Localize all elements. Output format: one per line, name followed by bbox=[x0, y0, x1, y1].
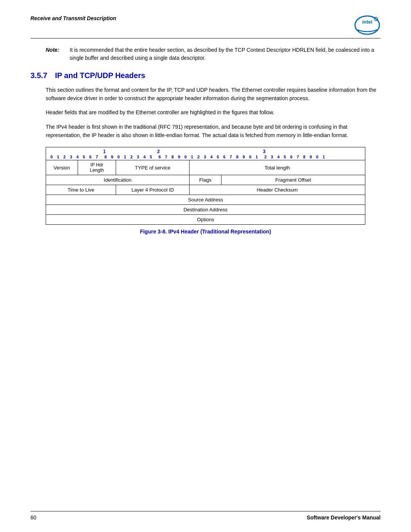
cell-time-to-live: Time to Live bbox=[46, 185, 116, 195]
svg-text:®: ® bbox=[375, 18, 377, 21]
cell-source-address: Source Address bbox=[46, 195, 365, 204]
section-heading: 3.5.7 IP and TCP/UDP Headers bbox=[30, 71, 381, 80]
cell-identification: Identification bbox=[46, 175, 190, 185]
ipv4-diagram: 0 1 2 3 4 5 6 7 1 8 9 0 1 2 bbox=[46, 147, 365, 225]
footer-page-number: 60 bbox=[30, 514, 37, 521]
footer-title: Software Developer's Manual bbox=[307, 514, 381, 521]
table-row-3: Time to Live Layer 4 Protocol ID Header … bbox=[46, 185, 365, 195]
intel-logo: intel ® bbox=[354, 15, 381, 35]
bit-4: 4 bbox=[74, 155, 81, 159]
body-paragraph-3: The IPv4 header is first shown in the tr… bbox=[46, 123, 381, 139]
bit-group-1: 1 8 9 0 1 2 3 4 5 bbox=[102, 149, 154, 159]
section-title: IP and TCP/UDP Headers bbox=[55, 71, 145, 80]
header-title: Receive and Transmit Description bbox=[30, 15, 116, 21]
bit-5: 5 bbox=[81, 155, 87, 159]
bit-ruler: 0 1 2 3 4 5 6 7 1 8 9 0 1 2 bbox=[46, 147, 365, 160]
section-number: 3.5.7 bbox=[30, 71, 47, 80]
bit-0: 0 bbox=[48, 155, 55, 159]
cell-options: Options bbox=[46, 215, 365, 224]
cell-layer4-protocol-id: Layer 4 Protocol ID bbox=[116, 185, 190, 195]
bit-group-0: 0 1 2 3 4 5 6 7 bbox=[48, 149, 100, 159]
cell-flags: Flags bbox=[190, 175, 221, 185]
cell-header-checksum: Header Checksum bbox=[190, 185, 365, 195]
body-paragraph-1: This section outlines the format and con… bbox=[46, 86, 381, 102]
note-text: It is recommended that the entire header… bbox=[70, 46, 381, 62]
table-row-6: Options bbox=[46, 215, 365, 224]
table-row-5: Destination Address bbox=[46, 205, 365, 215]
page-header: Receive and Transmit Description intel ® bbox=[30, 15, 381, 38]
intel-logo-container: intel ® bbox=[354, 15, 381, 35]
note-section: Note: It is recommended that the entire … bbox=[46, 46, 381, 62]
cell-ip-hdr-length: IP HdrLength bbox=[78, 160, 116, 175]
bit-1: 1 bbox=[55, 155, 61, 159]
cell-total-length: Total length bbox=[190, 160, 365, 175]
bit-6: 6 bbox=[87, 155, 94, 159]
page-container: Receive and Transmit Description intel ®… bbox=[0, 0, 411, 532]
bit-3: 3 bbox=[68, 155, 74, 159]
figure-caption: Figure 3-8. IPv4 Header (Traditional Rep… bbox=[46, 228, 365, 235]
cell-type-of-service: TYPE of service bbox=[116, 160, 190, 175]
bit-group-3: 3 2 3 4 5 6 7 8 9 0 1 bbox=[262, 149, 327, 159]
cell-fragment-offset: Fragment Offset bbox=[221, 175, 365, 185]
table-row-4: Source Address bbox=[46, 195, 365, 205]
svg-text:intel: intel bbox=[362, 19, 373, 25]
page-footer: 60 Software Developer's Manual bbox=[30, 511, 381, 521]
table-row-1: Version IP HdrLength TYPE of service Tot… bbox=[46, 160, 365, 175]
cell-version: Version bbox=[46, 160, 78, 175]
cell-destination-address: Destination Address bbox=[46, 205, 365, 214]
table-row-2: Identification Flags Fragment Offset bbox=[46, 175, 365, 185]
note-label: Note: bbox=[46, 46, 67, 62]
bit-7: 7 bbox=[94, 155, 100, 159]
bit-group-2: 2 6 7 8 9 0 1 2 3 4 5 6 7 8 9 0 bbox=[156, 149, 260, 159]
bit-2: 2 bbox=[61, 155, 68, 159]
body-paragraph-2: Header fields that are modified by the E… bbox=[46, 109, 381, 117]
